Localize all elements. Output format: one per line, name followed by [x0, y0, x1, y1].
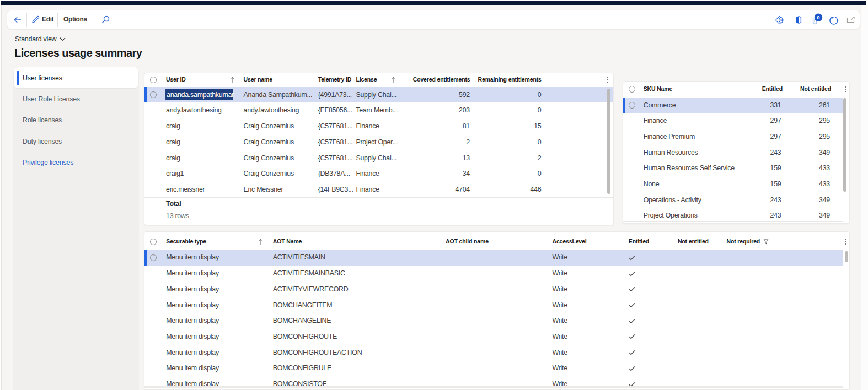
svg-text:0: 0 — [817, 14, 819, 20]
